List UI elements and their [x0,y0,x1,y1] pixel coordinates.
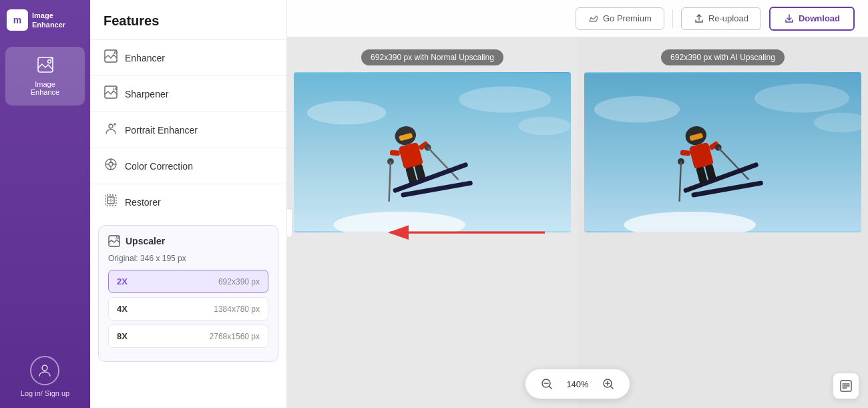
svg-point-42 [754,83,849,112]
restorer-icon [103,194,118,210]
color-correction-label: Color Correction [125,161,193,172]
original-size-info: Original: 346 x 195 px [108,254,268,263]
svg-line-64 [611,387,614,389]
left-image-wrapper [294,72,571,232]
svg-point-2 [42,365,47,371]
app-logo: m Image Enhancer [0,0,90,40]
right-image-panel: 692x390 px with AI Upscaling [578,37,868,408]
premium-icon [588,13,599,24]
right-image-wrapper [584,72,861,232]
scale-option-2x[interactable]: 2X 692x390 px [108,270,268,293]
svg-rect-50 [680,150,690,156]
portrait-enhancer-label: Portrait Enhancer [125,125,198,136]
zoom-in-icon [602,378,614,390]
features-panel: Features AI Enhancer HD Sharpener [90,0,287,408]
enhancer-icon: AI [103,49,118,66]
features-title: Features [90,0,286,39]
scale-2x-label: 2X [117,276,128,286]
svg-point-7 [109,124,113,128]
sharpener-label: Sharpener [125,89,168,99]
zoom-toolbar: 140% [525,369,630,399]
sidebar-item-image-enhance[interactable]: Image Enhance [5,47,85,106]
image-enhance-icon [37,56,54,76]
scale-option-4x[interactable]: 4X 1384x780 px [108,297,268,321]
scale-2x-size: 692x390 px [218,277,260,286]
scale-8x-label: 8X [117,331,128,341]
download-icon [784,13,795,24]
zoom-out-button[interactable] [537,375,556,393]
scale-option-8x[interactable]: 8X 2768x1560 px [108,325,268,348]
color-correction-icon [103,158,118,174]
zoom-in-button[interactable] [599,375,618,393]
sharpener-icon: HD [103,85,118,102]
zoom-level: 140% [566,379,590,389]
login-label: Log in/ Sign up [21,389,69,397]
download-button[interactable]: Download [769,7,855,31]
svg-point-24 [459,86,551,113]
right-ski-image [584,72,861,232]
svg-text:HD: HD [113,87,118,91]
sidebar-item-label: Image Enhance [31,80,59,96]
scale-8x-size: 2768x1560 px [210,332,260,341]
notes-icon [839,379,853,393]
zoom-out-icon [541,378,553,390]
original-size: 346 x 195 px [140,254,186,263]
reupload-button[interactable]: Re-upload [681,7,761,30]
avatar [30,356,59,385]
upscaler-header: AI Upscaler [108,235,268,247]
app-name: Image Enhancer [32,11,65,30]
sidebar-nav: Image Enhance [0,40,90,112]
main-content: Go Premium Re-upload Download [287,0,868,408]
svg-point-25 [518,117,571,136]
svg-point-9 [109,162,113,166]
left-ski-image [294,72,571,232]
sidebar: m Image Enhancer Image Enhance Log [0,0,90,408]
reupload-icon [694,13,704,24]
download-label: Download [799,13,840,23]
svg-point-23 [307,101,387,125]
logo-icon: m [7,9,28,31]
upscaler-icon: AI [108,235,120,247]
notes-button[interactable] [833,373,859,399]
scale-4x-size: 1384x780 px [214,304,260,314]
right-image-label: 692x390 px with AI Upscaling [661,49,785,65]
svg-text:AI: AI [116,236,120,240]
svg-line-60 [550,387,552,389]
svg-point-41 [594,96,680,123]
original-label: Original: [108,254,138,263]
login-section[interactable]: Log in/ Sign up [10,345,80,408]
divider [672,9,673,28]
feature-color-correction[interactable]: Color Correction [90,148,286,184]
reupload-label: Re-upload [708,13,748,23]
svg-point-1 [47,60,51,63]
panel-collapse-handle[interactable]: ‹ [287,208,292,238]
feature-sharpener[interactable]: HD Sharpener [90,75,286,112]
left-image-label: 692x390 px with Normal Upscaling [361,49,503,65]
topbar: Go Premium Re-upload Download [287,0,868,37]
svg-text:AI: AI [114,50,118,55]
premium-button[interactable]: Go Premium [576,7,664,30]
premium-label: Go Premium [603,13,652,23]
left-image-panel: 692x390 px with Normal Upscaling [287,37,578,408]
svg-rect-32 [390,150,400,156]
portrait-enhancer-icon [103,122,118,138]
feature-portrait-enhancer[interactable]: Portrait Enhancer [90,112,286,148]
enhancer-label: Enhancer [125,53,165,63]
restorer-label: Restorer [125,197,161,208]
scale-4x-label: 4X [117,304,128,314]
comparison-area: 692x390 px with Normal Upscaling [287,37,868,408]
upscaler-label: Upscaler [126,236,165,246]
feature-restorer[interactable]: Restorer [90,184,286,220]
feature-enhancer[interactable]: AI Enhancer [90,39,286,75]
upscaler-card: AI Upscaler Original: 346 x 195 px 2X 69… [98,225,278,362]
